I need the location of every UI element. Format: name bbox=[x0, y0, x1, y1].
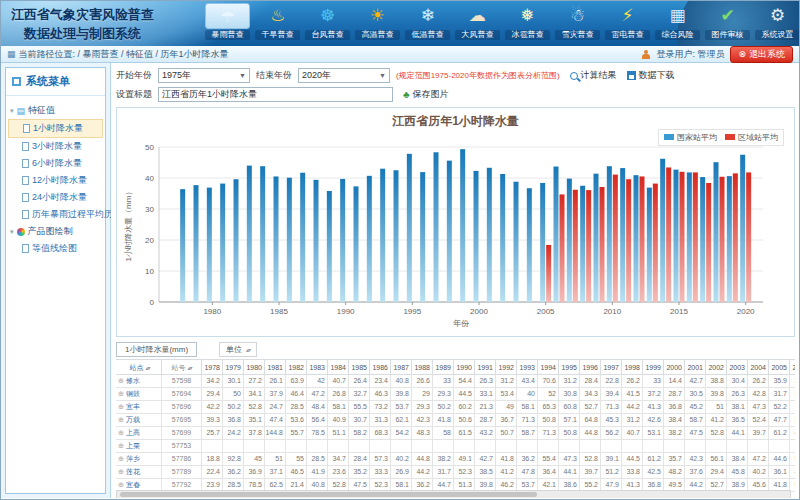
col-year-1995[interactable]: 1995 bbox=[559, 359, 580, 375]
station-name-cell[interactable]: ⊕万载 bbox=[116, 414, 162, 427]
tree-expand-icon[interactable]: ▾ bbox=[10, 228, 14, 236]
col-year-1999[interactable]: 1999 bbox=[643, 359, 664, 375]
col-year-1978[interactable]: 1978 bbox=[202, 359, 223, 375]
end-year-select[interactable]: 2020年 ▼ bbox=[298, 68, 390, 83]
col-year-2005[interactable]: 2005 bbox=[769, 359, 790, 375]
col-year-1996[interactable]: 1996 bbox=[580, 359, 601, 375]
col-year-1986[interactable]: 1986 bbox=[370, 359, 391, 375]
col-year-1994[interactable]: 1994 bbox=[538, 359, 559, 375]
toolbar-map-review-button[interactable]: ✔图件审核 bbox=[705, 3, 750, 40]
value-cell: 52.3 bbox=[454, 466, 475, 479]
col-year-1992[interactable]: 1992 bbox=[496, 359, 517, 375]
save-image-button[interactable]: ♣ 保存图片 bbox=[403, 88, 449, 101]
col-year-1980[interactable]: 1980 bbox=[244, 359, 265, 375]
col-year-2000[interactable]: 2000 bbox=[664, 359, 685, 375]
col-year-1988[interactable]: 1988 bbox=[412, 359, 433, 375]
toolbar-typhoon-button[interactable]: ☸台风普查 bbox=[305, 3, 350, 40]
col-year-1984[interactable]: 1984 bbox=[328, 359, 349, 375]
col-year-1981[interactable]: 1981 bbox=[265, 359, 286, 375]
horizontal-scrollbar[interactable] bbox=[116, 490, 791, 498]
toolbar-wind-button[interactable]: ☁大风普查 bbox=[455, 3, 500, 40]
value-cell: 22.8 bbox=[601, 375, 622, 388]
sidebar-item-1-0[interactable]: 等值线绘图 bbox=[8, 240, 103, 257]
data-download-button[interactable]: 数据下载 bbox=[627, 69, 675, 82]
station-name-cell[interactable]: ⊕修水 bbox=[116, 375, 162, 388]
col-year-1991[interactable]: 1991 bbox=[475, 359, 496, 375]
station-name-cell[interactable]: ⊕上高 bbox=[116, 427, 162, 440]
toolbar-heat-button[interactable]: ☀高温普查 bbox=[355, 3, 400, 40]
col-code[interactable]: 站号▴▾ bbox=[162, 359, 202, 375]
expand-icon[interactable]: ⊕ bbox=[118, 468, 124, 475]
toolbar-drought-button[interactable]: ♨干旱普查 bbox=[255, 3, 300, 40]
logout-icon: ⊗ bbox=[738, 49, 746, 59]
col-station[interactable]: 站点▴▾ bbox=[116, 359, 162, 375]
calc-result-button[interactable]: 计算结果 bbox=[570, 69, 617, 82]
value-cell: 53.6 bbox=[286, 414, 307, 427]
logout-button[interactable]: ⊗ 退出系统 bbox=[730, 46, 793, 63]
col-year-1985[interactable]: 1985 bbox=[349, 359, 370, 375]
station-name-cell[interactable]: ⊕萍乡 bbox=[116, 453, 162, 466]
expand-icon[interactable]: ⊕ bbox=[118, 429, 124, 436]
expand-icon[interactable]: ⊕ bbox=[118, 455, 124, 462]
value-cell: 40.9 bbox=[328, 414, 349, 427]
col-year-1989[interactable]: 1989 bbox=[433, 359, 454, 375]
start-year-select[interactable]: 1975年 ▼ bbox=[158, 68, 250, 83]
sidebar-item-0-1[interactable]: 3小时降水量 bbox=[8, 138, 103, 155]
value-cell: 56.1 bbox=[706, 453, 727, 466]
tree-group-1[interactable]: ▾产品图绘制 bbox=[8, 223, 103, 240]
sidebar-item-0-5[interactable]: 历年暴雨过程平均历时 bbox=[8, 206, 103, 223]
col-year-2004[interactable]: 2004 bbox=[748, 359, 769, 375]
value-cell: 36.2 bbox=[790, 388, 795, 401]
toolbar-lightning-button[interactable]: ⚡雷电普查 bbox=[605, 3, 650, 40]
col-year-2006[interactable]: 2006 bbox=[790, 359, 795, 375]
sidebar-item-0-4[interactable]: 24小时降水量 bbox=[8, 189, 103, 206]
expand-icon[interactable]: ⊕ bbox=[118, 481, 124, 488]
login-user-label: 登录用户: 管理员 bbox=[656, 48, 724, 61]
chart-title-input[interactable] bbox=[158, 87, 393, 102]
toolbar-cold-button[interactable]: ❄低温普查 bbox=[405, 3, 450, 40]
value-cell: 47.2 bbox=[748, 453, 769, 466]
col-year-1979[interactable]: 1979 bbox=[223, 359, 244, 375]
sidebar-item-0-0[interactable]: 1小时降水量 bbox=[8, 119, 103, 138]
sidebar: 系统菜单 ▾▤特征值1小时降水量3小时降水量6小时降水量12小时降水量24小时降… bbox=[1, 63, 111, 498]
toolbar-risk-calc-button[interactable]: ▦综合风险 bbox=[655, 3, 700, 40]
col-year-2001[interactable]: 2001 bbox=[685, 359, 706, 375]
sidebar-item-0-3[interactable]: 12小时降水量 bbox=[8, 172, 103, 189]
station-name-cell[interactable]: ⊕宜丰 bbox=[116, 401, 162, 414]
col-year-1990[interactable]: 1990 bbox=[454, 359, 475, 375]
expand-icon[interactable]: ⊕ bbox=[118, 416, 124, 423]
sidebar-item-0-2[interactable]: 6小时降水量 bbox=[8, 155, 103, 172]
tree-expand-icon[interactable]: ▾ bbox=[10, 107, 14, 115]
breadcrumb[interactable]: / 暴雨普查 / 特征值 / 历年1小时降水量 bbox=[78, 48, 229, 61]
col-year-2002[interactable]: 2002 bbox=[706, 359, 727, 375]
expand-icon[interactable]: ⊕ bbox=[118, 442, 124, 449]
col-year-1998[interactable]: 1998 bbox=[622, 359, 643, 375]
value-cell bbox=[475, 440, 496, 453]
col-year-1997[interactable]: 1997 bbox=[601, 359, 622, 375]
expand-icon[interactable]: ⊕ bbox=[118, 390, 124, 397]
chart-title-label: 设置标题 bbox=[116, 88, 152, 101]
toolbar-snow-button[interactable]: ☃雪灾普查 bbox=[555, 3, 600, 40]
tree-group-0[interactable]: ▾▤特征值 bbox=[8, 102, 103, 119]
toolbar-rainstorm-button[interactable]: ☔暴雨普查 bbox=[205, 3, 250, 40]
value-cell: 31.2 bbox=[559, 375, 580, 388]
value-cell: 29.4 bbox=[202, 388, 223, 401]
toolbar-hail-button[interactable]: ❅冰雹普查 bbox=[505, 3, 550, 40]
col-year-1983[interactable]: 1983 bbox=[307, 359, 328, 375]
value-cell: 33.3 bbox=[370, 466, 391, 479]
col-year-1993[interactable]: 1993 bbox=[517, 359, 538, 375]
toolbar-settings-button[interactable]: ⚙系统设置 bbox=[755, 3, 799, 40]
expand-icon[interactable]: ⊕ bbox=[118, 377, 124, 384]
station-name-cell[interactable]: ⊕铜鼓 bbox=[116, 388, 162, 401]
station-name-cell[interactable]: ⊕上栗 bbox=[116, 440, 162, 453]
expand-icon[interactable]: ⊕ bbox=[118, 403, 124, 410]
col-year-1982[interactable]: 1982 bbox=[286, 359, 307, 375]
value-cell: 37.2 bbox=[643, 388, 664, 401]
scrollbar-thumb[interactable] bbox=[120, 492, 537, 497]
table-row: ⊕宜丰5769642.250.252.824.728.548.458.155.5… bbox=[116, 401, 795, 414]
station-name-cell[interactable]: ⊕莲花 bbox=[116, 466, 162, 479]
unit-filter[interactable]: 单位 ▴▾ bbox=[219, 342, 257, 357]
col-year-1987[interactable]: 1987 bbox=[391, 359, 412, 375]
value-cell: 25.7 bbox=[202, 427, 223, 440]
col-year-2003[interactable]: 2003 bbox=[727, 359, 748, 375]
